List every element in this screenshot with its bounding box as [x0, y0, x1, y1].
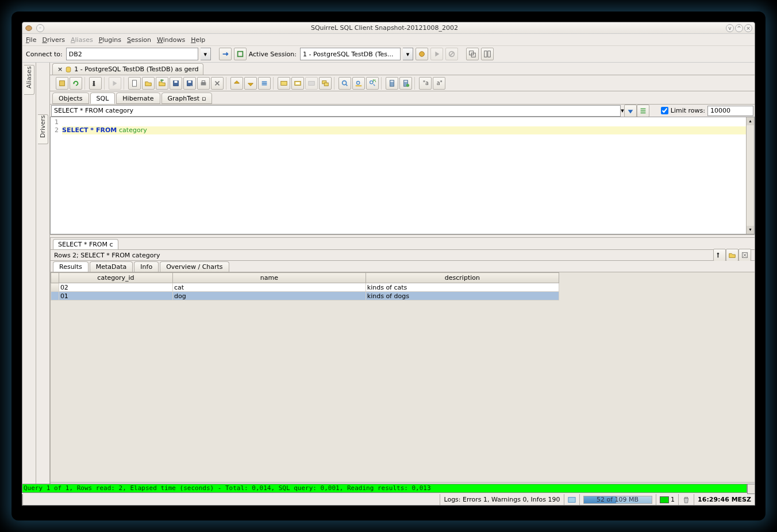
run-all-icon[interactable]: [109, 77, 121, 90]
tab-sql[interactable]: SQL: [90, 92, 116, 104]
subtab-info[interactable]: Info: [134, 261, 159, 272]
editor-scrollbar[interactable]: ▴▾: [746, 117, 754, 234]
tab-icon-2[interactable]: [291, 77, 304, 90]
run-icon[interactable]: [430, 48, 443, 60]
table-row[interactable]: 02 cat kinds of cats: [51, 283, 559, 292]
rerun-icon[interactable]: [713, 249, 726, 261]
tab-icon-3[interactable]: [305, 77, 318, 90]
svg-point-0: [26, 25, 32, 30]
session-tab-close-icon[interactable]: ×: [57, 65, 63, 73]
unquote-icon[interactable]: a": [433, 77, 445, 90]
tab-objects[interactable]: Objects: [52, 92, 89, 104]
new-session-icon[interactable]: [234, 48, 247, 60]
menu-session[interactable]: Session: [127, 36, 151, 44]
detach-icon[interactable]: [726, 249, 738, 261]
print-icon[interactable]: [197, 77, 210, 90]
session-props-icon[interactable]: [416, 48, 428, 60]
history-down-icon[interactable]: [624, 105, 637, 117]
titlebar: ◦ SQuirreL SQL Client Snapshot-20121008_…: [22, 22, 755, 34]
prev-sql-icon[interactable]: [230, 77, 243, 90]
connect-to-combo[interactable]: DB2: [66, 48, 198, 60]
status-gc-icon[interactable]: [678, 494, 694, 505]
svg-rect-64: [684, 497, 687, 498]
menu-file[interactable]: File: [26, 36, 36, 44]
tile-icon[interactable]: [481, 48, 494, 60]
side-tab-drivers[interactable]: Drivers: [38, 114, 48, 144]
svg-rect-38: [309, 81, 315, 85]
subtab-results[interactable]: Results: [53, 261, 89, 272]
side-tab-aliases[interactable]: Aliases: [24, 65, 34, 95]
result-table-area[interactable]: category_id name description 02 cat kind…: [51, 272, 755, 482]
history-icon[interactable]: [258, 77, 271, 90]
status-memory[interactable]: 52 of 109 MB: [579, 494, 656, 505]
editor-code[interactable]: SELECT * FROM category: [60, 117, 746, 234]
col-category-id[interactable]: category_id: [59, 273, 172, 283]
cascade-icon[interactable]: [466, 48, 479, 60]
table-row[interactable]: 01 dog kinds of dogs: [51, 292, 559, 300]
menu-drivers[interactable]: Drivers: [42, 36, 65, 44]
status-logs[interactable]: Logs: Errors 1, Warnings 0, Infos 190: [440, 494, 563, 505]
window-menu-button[interactable]: ◦: [36, 24, 44, 32]
find-icon[interactable]: [339, 77, 351, 90]
subtab-metadata[interactable]: MetaData: [90, 261, 133, 272]
history-list-icon[interactable]: [637, 105, 649, 117]
svg-rect-9: [488, 51, 490, 57]
limit-rows-input[interactable]: [707, 106, 753, 116]
open-file-icon[interactable]: [142, 77, 155, 90]
tab-graphtest[interactable]: GraphTest▫: [161, 92, 213, 104]
status-time: 16:29:46 MESZ: [694, 494, 755, 505]
connect-to-dropdown[interactable]: ▾: [201, 48, 211, 60]
minimize-button[interactable]: v: [726, 24, 734, 32]
close-result-icon[interactable]: [738, 249, 751, 261]
active-session-combo[interactable]: 1 - PostgreSQL TestDB (Tes...: [300, 48, 401, 60]
append-file-icon[interactable]: +: [156, 77, 168, 90]
tab-hibernate[interactable]: Hibernate: [116, 92, 160, 104]
limit-rows-checkbox[interactable]: [661, 107, 668, 114]
replace-icon[interactable]: R: [366, 77, 379, 90]
svg-marker-30: [234, 80, 240, 83]
close-file-icon[interactable]: [211, 77, 224, 90]
sql-history-field[interactable]: SELECT * FROM category: [51, 105, 621, 117]
server-icon-1[interactable]: [386, 77, 398, 90]
menu-plugins[interactable]: Plugins: [99, 36, 121, 44]
save-file-icon[interactable]: [170, 77, 182, 90]
quote-icon[interactable]: "a: [419, 77, 432, 90]
next-sql-icon[interactable]: [244, 77, 257, 90]
subtab-overview[interactable]: Overview / Charts: [160, 261, 229, 272]
save-as-icon[interactable]: .: [183, 77, 196, 90]
menubar: File Drivers Aliases Plugins Session Win…: [22, 34, 755, 45]
new-file-icon[interactable]: [128, 77, 141, 90]
menu-windows[interactable]: Windows: [157, 36, 185, 44]
stop-icon[interactable]: [445, 48, 458, 60]
svg-point-41: [343, 80, 347, 84]
find-col-icon[interactable]: [352, 77, 365, 90]
svg-marker-31: [248, 83, 253, 86]
status-logs-icon[interactable]: [564, 494, 579, 505]
editing-cell[interactable]: dog: [173, 292, 366, 300]
refresh-icon[interactable]: [70, 77, 82, 90]
maximize-button[interactable]: ^: [735, 24, 743, 32]
col-name[interactable]: name: [173, 273, 366, 283]
tab-icon-4[interactable]: [319, 77, 332, 90]
menu-aliases[interactable]: Aliases: [71, 36, 93, 44]
row-header-blank[interactable]: [51, 273, 59, 283]
svg-rect-56: [640, 110, 645, 111]
col-description[interactable]: description: [366, 273, 559, 283]
close-button[interactable]: ×: [744, 24, 752, 32]
session-tab[interactable]: × 1 - PostgreSQL TestDB (TestDB) as gerd: [52, 63, 203, 75]
connect-icon[interactable]: [219, 48, 232, 60]
sql-history-dropdown[interactable]: ▾: [621, 107, 624, 114]
statusbar: Logs: Errors 1, Warnings 0, Infos 190 52…: [22, 494, 755, 506]
sql-history-row: SELECT * FROM category ▾ Limit rows:: [50, 104, 755, 117]
run-sql-icon[interactable]: [89, 77, 102, 90]
active-session-dropdown[interactable]: ▾: [403, 48, 413, 60]
server-icon-2[interactable]: [399, 77, 412, 90]
results-pane: SELECT * FROM c Rows 2; SELECT * FROM ca…: [50, 238, 755, 492]
result-tab[interactable]: SELECT * FROM c: [53, 239, 118, 249]
message-scrollbar[interactable]: [747, 484, 755, 494]
catalog-icon[interactable]: [56, 77, 68, 90]
svg-marker-18: [113, 80, 117, 86]
sql-editor[interactable]: 1 2 SELECT * FROM category ▴▾: [50, 117, 755, 234]
tab-icon-1[interactable]: [278, 77, 290, 90]
menu-help[interactable]: Help: [191, 36, 205, 44]
